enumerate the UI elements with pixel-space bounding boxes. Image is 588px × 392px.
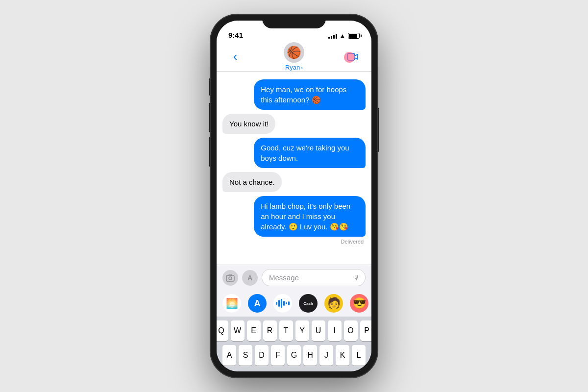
key-h[interactable]: H [303, 345, 317, 366]
memoji-button-1[interactable]: 🧑 [324, 294, 343, 313]
camera-button[interactable] [222, 270, 238, 286]
apps-icon: A [247, 274, 252, 282]
key-f[interactable]: F [271, 345, 285, 366]
mic-icon: 🎙 [353, 274, 360, 282]
messages-area: Hey man, we on for hoops this afternoon?… [217, 72, 371, 265]
message-row-4: Hi lamb chop, it's only been an hour and… [222, 196, 366, 237]
keyboard-row-1: Q W E R T Y U I O P [219, 320, 369, 341]
key-p[interactable]: P [360, 320, 372, 341]
keyboard-row-2: A S D F G H J K L [219, 345, 369, 366]
received-bubble-3: Not a chance. [222, 172, 282, 192]
key-o[interactable]: O [344, 320, 358, 341]
signal-bar-2 [331, 36, 332, 39]
power-button [377, 108, 379, 152]
contact-chevron-icon: › [301, 65, 303, 71]
svg-rect-8 [286, 302, 287, 304]
sent-bubble-4: Hi lamb chop, it's only been an hour and… [254, 196, 366, 237]
phone-wrapper: 9:41 ▲ ‹ 🏀 [211, 15, 377, 377]
key-a[interactable]: A [222, 345, 236, 366]
input-toolbar: A Message 🎙 [217, 265, 371, 290]
key-s[interactable]: S [239, 345, 252, 366]
contact-name: Ryan › [285, 64, 303, 71]
key-i[interactable]: I [328, 320, 342, 341]
appstore-app-button[interactable]: A [248, 294, 267, 313]
message-row-0: Hey man, we on for hoops this afternoon?… [222, 79, 366, 110]
key-d[interactable]: D [255, 345, 269, 366]
svg-rect-7 [283, 301, 285, 306]
back-chevron-icon: ‹ [233, 49, 238, 64]
keyboard: Q W E R T Y U I O P A S D F G H J K L [217, 317, 371, 371]
notification-dot [344, 52, 355, 63]
sent-bubble-2: Good, cuz we're taking you boys down. [254, 138, 366, 168]
key-y[interactable]: Y [295, 320, 309, 341]
message-row-3: Not a chance. [222, 172, 366, 192]
received-bubble-1: You know it! [222, 114, 275, 134]
svg-rect-1 [226, 275, 234, 281]
photos-app-button[interactable]: 🌅 [222, 294, 241, 313]
key-j[interactable]: J [319, 345, 333, 366]
status-time: 9:41 [228, 31, 243, 39]
delivered-label: Delivered [222, 239, 366, 245]
key-w[interactable]: W [231, 320, 245, 341]
svg-rect-5 [278, 300, 280, 307]
camera-icon [226, 274, 235, 282]
message-input-container[interactable]: Message 🎙 [262, 269, 366, 286]
notch [262, 15, 326, 28]
signal-bar-1 [328, 37, 330, 39]
key-u[interactable]: U [312, 320, 325, 341]
audio-waves-icon [276, 299, 290, 308]
svg-rect-4 [276, 302, 277, 305]
nav-bar: ‹ 🏀 Ryan › [217, 42, 371, 72]
apps-button[interactable]: A [242, 270, 258, 286]
wifi-icon: ▲ [340, 32, 345, 39]
svg-rect-6 [281, 299, 282, 308]
key-t[interactable]: T [279, 320, 293, 341]
memoji-button-2[interactable]: 😎 [350, 294, 368, 313]
battery-fill [349, 34, 357, 38]
svg-point-2 [229, 277, 232, 280]
signal-bar-4 [336, 34, 337, 39]
contact-avatar: 🏀 [284, 42, 304, 63]
app-icon-row: 🌅 A Cash 🧑 😎 🔍 [217, 290, 371, 317]
message-row-2: Good, cuz we're taking you boys down. [222, 138, 366, 168]
signal-bar-3 [333, 35, 335, 39]
apple-cash-button[interactable]: Cash [299, 294, 318, 313]
key-k[interactable]: K [336, 345, 349, 366]
nav-center[interactable]: 🏀 Ryan › [284, 42, 304, 71]
status-icons: ▲ [328, 32, 360, 39]
key-g[interactable]: G [287, 345, 301, 366]
key-q[interactable]: Q [217, 320, 228, 341]
key-r[interactable]: R [263, 320, 277, 341]
back-button[interactable]: ‹ [226, 48, 244, 66]
svg-rect-9 [288, 301, 290, 305]
phone-screen: 9:41 ▲ ‹ 🏀 [217, 21, 371, 371]
battery-icon [348, 33, 360, 39]
contact-emoji: 🏀 [287, 46, 301, 59]
key-e[interactable]: E [247, 320, 261, 341]
sent-bubble-0: Hey man, we on for hoops this afternoon?… [254, 79, 366, 110]
audio-app-button[interactable] [273, 294, 292, 313]
message-placeholder: Message [269, 273, 299, 282]
cash-label: Cash [303, 301, 313, 306]
message-row-1: You know it! [222, 114, 366, 134]
video-call-button[interactable] [344, 48, 362, 66]
key-l[interactable]: L [352, 345, 366, 366]
signal-bars-icon [328, 33, 337, 39]
